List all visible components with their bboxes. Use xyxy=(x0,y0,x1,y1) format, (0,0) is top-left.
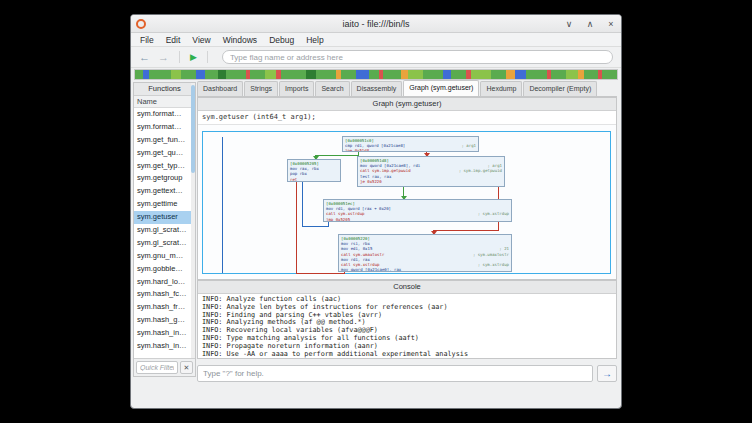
function-item[interactable]: sym.get_qu… xyxy=(134,147,195,160)
maximize-button[interactable]: ∧ xyxy=(584,19,596,29)
function-item[interactable]: sym.gettime xyxy=(134,198,195,211)
graph-canvas[interactable]: [0x000051c0]cmp rdi, qword [0x21cae8]; a… xyxy=(198,125,616,279)
memory-map-segment xyxy=(341,70,356,79)
function-item[interactable]: sym.gobble… xyxy=(134,263,195,276)
memory-map-segment xyxy=(196,70,205,79)
menu-help[interactable]: Help xyxy=(300,33,329,47)
function-item[interactable]: sym.format… xyxy=(134,121,195,134)
graph-basic-block[interactable]: [0x00005205]mov rax, rbxpop rbxret xyxy=(287,159,341,182)
quick-filter-clear-button[interactable]: ✕ xyxy=(180,361,193,374)
function-item[interactable]: sym.hash_in… xyxy=(134,340,195,353)
function-item[interactable]: sym.gl_scrat… xyxy=(134,224,195,237)
graph-edge xyxy=(296,182,297,274)
asm-line: ret xyxy=(288,177,340,182)
tab-imports[interactable]: Imports xyxy=(279,81,314,96)
desktop-background: iaito - file:///bin/ls ∨ ∧ × FileEditVie… xyxy=(0,0,752,423)
asm-line: jmp 0x5205 xyxy=(324,217,511,222)
memory-map-segment xyxy=(135,70,143,79)
tab-disassembly[interactable]: Disassembly xyxy=(351,81,403,96)
console-command-input[interactable] xyxy=(197,365,593,382)
quick-filter-input[interactable] xyxy=(136,361,178,374)
menu-windows[interactable]: Windows xyxy=(217,33,263,47)
memory-map-segment xyxy=(265,70,276,79)
tab-strings[interactable]: Strings xyxy=(244,81,278,96)
menu-edit[interactable]: Edit xyxy=(160,33,187,47)
memory-map-segment xyxy=(471,70,491,79)
memory-map-segment xyxy=(408,70,423,79)
console-panel: Console INFO: Analyze function calls (aa… xyxy=(197,280,617,359)
window-title: iaito - file:///bin/ls xyxy=(131,19,621,29)
function-item[interactable]: sym.gnu_m… xyxy=(134,250,195,263)
graph-basic-block[interactable]: [0x000051ec]mov rdi, qword [rax + 0x20]c… xyxy=(323,199,512,222)
memory-map-strip[interactable] xyxy=(134,69,618,80)
seek-address-input[interactable] xyxy=(222,50,613,64)
memory-map-segment xyxy=(149,70,172,79)
asm-comment: ; sym.xstrdup xyxy=(478,262,509,267)
asm-line: je 0x5220 xyxy=(358,179,504,184)
function-item[interactable]: sym.get_fun… xyxy=(134,134,195,147)
close-button[interactable]: × xyxy=(605,19,617,29)
graph-edge xyxy=(302,226,329,227)
memory-map-segment xyxy=(218,70,226,79)
minimize-button[interactable]: ∨ xyxy=(563,19,575,29)
menu-view[interactable]: View xyxy=(186,33,216,47)
graph-panel: Graph (sym.getuser) sym.getuser (int64_t… xyxy=(197,97,617,280)
function-item[interactable]: sym.get_typ… xyxy=(134,160,195,173)
memory-map-segment xyxy=(356,70,369,79)
asm-comment: ; sym.umaxtostr xyxy=(473,252,509,257)
function-item[interactable]: sym.gettext… xyxy=(134,185,195,198)
memory-map-segment xyxy=(491,70,506,79)
tab-graph-sym-getuser[interactable]: Graph (sym.getuser) xyxy=(403,80,479,96)
memory-map-segment xyxy=(226,70,246,79)
graph-edge xyxy=(315,155,359,156)
asm-comment: ; sym.imp.getpwuid xyxy=(459,168,502,173)
forward-arrow-icon[interactable]: → xyxy=(154,52,173,63)
asm-line: mov qword [0x21cae0], rax xyxy=(339,267,511,272)
console-panel-title: Console xyxy=(198,281,616,294)
function-item[interactable]: sym.hash_in… xyxy=(134,327,195,340)
continue-play-icon[interactable]: ▶ xyxy=(186,52,201,62)
memory-map-segment xyxy=(515,70,526,79)
toolbar-separator xyxy=(207,51,208,63)
memory-map-segment xyxy=(383,70,401,79)
graph-panel-title: Graph (sym.getuser) xyxy=(198,98,616,111)
graph-basic-block[interactable]: [0x00005220]mov rsi, rbxmov edi, 0x15; 2… xyxy=(338,234,512,272)
function-item[interactable]: sym.hash_fr… xyxy=(134,301,195,314)
memory-map-segment xyxy=(181,70,196,79)
memory-map-segment xyxy=(401,70,409,79)
function-item[interactable]: sym.getgroup xyxy=(134,172,195,185)
menu-debug[interactable]: Debug xyxy=(263,33,300,47)
asm-text: mov qword [0x21cae0], rax xyxy=(341,267,401,272)
function-item[interactable]: sym.hash_g… xyxy=(134,314,195,327)
asm-comment: ; sym.xstrdup xyxy=(478,211,509,216)
scrollbar-thumb[interactable] xyxy=(191,85,195,173)
memory-map-segment xyxy=(423,70,443,79)
memory-map-segment xyxy=(506,70,515,79)
tab-decompiler-empty[interactable]: Decompiler (Empty) xyxy=(523,81,597,96)
memory-map-segment xyxy=(369,70,379,79)
function-item[interactable]: sym.format… xyxy=(134,108,195,121)
iaito-window: iaito - file:///bin/ls ∨ ∧ × FileEditVie… xyxy=(130,14,622,409)
function-item[interactable]: sym.hash_fc… xyxy=(134,288,195,301)
function-item[interactable]: sym.gl_scrat… xyxy=(134,237,195,250)
function-signature: sym.getuser (int64_t arg1); xyxy=(198,111,616,125)
tab-search[interactable]: Search xyxy=(315,81,349,96)
function-list-scrollbar[interactable] xyxy=(191,83,195,376)
tab-dashboard[interactable]: Dashboard xyxy=(197,81,243,96)
memory-map-segment xyxy=(316,70,336,79)
name-column-header[interactable]: Name xyxy=(134,96,195,108)
memory-map-segment xyxy=(171,70,181,79)
back-arrow-icon[interactable]: ← xyxy=(135,52,154,63)
menu-file[interactable]: File xyxy=(134,33,160,47)
title-bar[interactable]: iaito - file:///bin/ls ∨ ∧ × xyxy=(131,15,621,33)
function-item[interactable]: sym.getuser xyxy=(134,211,195,224)
graph-edge xyxy=(222,137,223,273)
menu-bar: FileEditViewWindowsDebugHelp xyxy=(131,33,621,47)
tab-hexdump[interactable]: Hexdump xyxy=(480,81,522,96)
graph-basic-block[interactable]: [0x000051d8]mov qword [0x21cae8], rdi; a… xyxy=(357,156,505,187)
console-send-button[interactable]: → xyxy=(597,365,617,382)
function-item[interactable]: sym.hard_lo… xyxy=(134,276,195,289)
graph-edge xyxy=(302,182,303,227)
asm-comment: ; arg1 xyxy=(462,143,476,148)
graph-basic-block[interactable]: [0x000051c0]cmp rdi, qword [0x21cae8]; a… xyxy=(342,136,479,152)
